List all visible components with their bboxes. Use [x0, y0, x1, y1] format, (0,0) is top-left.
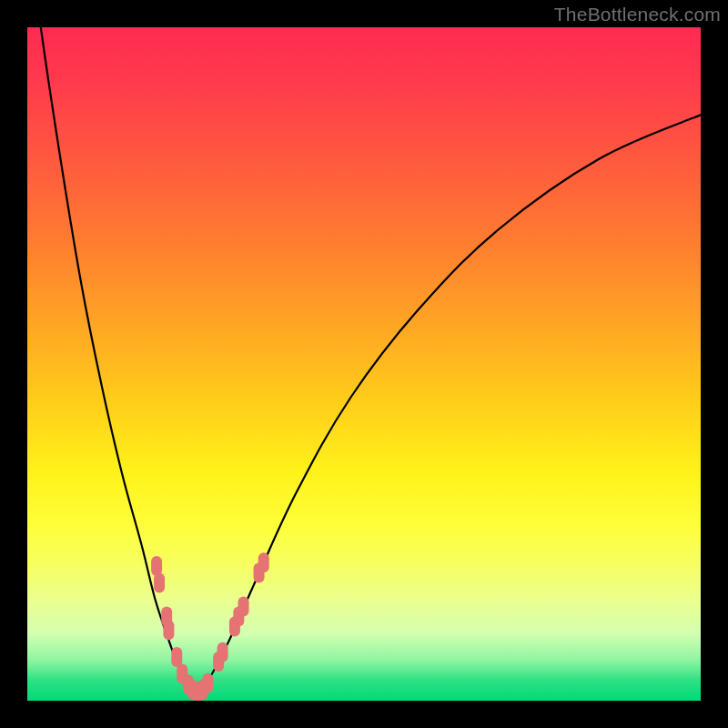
bead-marker — [258, 552, 269, 572]
curve-beads — [27, 27, 701, 701]
watermark-text: TheBottleneck.com — [554, 4, 721, 25]
chart-frame: TheBottleneck.com — [0, 0, 728, 728]
bead-marker — [217, 642, 228, 662]
bead-marker — [202, 673, 213, 693]
bead-marker — [163, 620, 174, 640]
bead-marker — [171, 647, 182, 667]
plot-area — [27, 27, 701, 701]
bead-marker — [238, 596, 249, 616]
bead-marker — [154, 573, 165, 593]
